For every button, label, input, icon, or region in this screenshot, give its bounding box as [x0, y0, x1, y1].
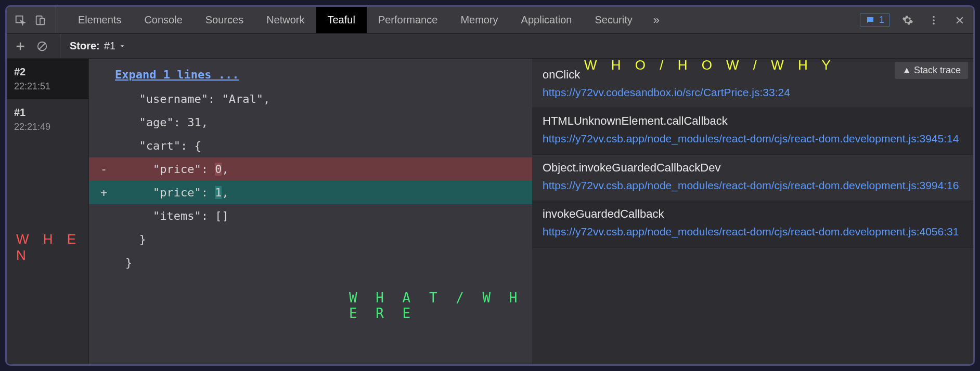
tab-network[interactable]: Network — [255, 7, 316, 33]
history-sidebar: #222:21:51#122:21:49 W H E N — [7, 59, 89, 364]
tab-security[interactable]: Security — [583, 7, 643, 33]
tab-memory[interactable]: Memory — [449, 7, 509, 33]
tab-performance[interactable]: Performance — [367, 7, 449, 33]
svg-point-4 — [933, 19, 935, 21]
diff-line: "age": 31, — [89, 111, 532, 134]
stack-trace-button[interactable]: ▲ Stack trace — [895, 62, 968, 79]
close-icon[interactable] — [951, 12, 968, 29]
devtools-window: ElementsConsoleSourcesNetworkTeafulPerfo… — [5, 5, 975, 366]
kebab-menu-icon[interactable] — [925, 12, 942, 29]
diff-panel: Expand 1 lines ... "username": "Aral", "… — [89, 59, 532, 364]
stack-source-link[interactable]: https://y72vv.csb.app/node_modules/react… — [543, 224, 963, 240]
diff-line: "cart": { — [89, 134, 532, 157]
stack-frame: HTMLUnknownElement.callCallbackhttps://y… — [532, 108, 973, 154]
annotation-who: W H O / H O W / W H Y — [584, 59, 836, 73]
diff-line: } — [89, 251, 532, 274]
stack-source-link[interactable]: https://y72vv.csb.app/node_modules/react… — [543, 131, 963, 147]
history-item[interactable]: #122:21:49 — [7, 99, 88, 140]
inspect-icon[interactable] — [12, 12, 29, 29]
stack-frame: Object.invokeGuardedCallbackDevhttps://y… — [532, 155, 973, 201]
device-toggle-icon[interactable] — [32, 12, 48, 29]
expand-lines-link[interactable]: Expand 1 lines ... — [89, 62, 532, 87]
tab-teaful[interactable]: Teaful — [316, 7, 367, 33]
diff-line: "username": "Aral", — [89, 87, 532, 111]
messages-count: 1 — [879, 15, 884, 25]
devtools-tabbar: ElementsConsoleSourcesNetworkTeafulPerfo… — [7, 7, 973, 34]
tab-application[interactable]: Application — [510, 7, 584, 33]
stack-function: Object.invokeGuardedCallbackDev — [543, 161, 963, 175]
svg-rect-2 — [40, 18, 44, 24]
annotation-what: W H A T / W H E R E — [349, 290, 532, 321]
history-id: #1 — [14, 107, 81, 118]
stack-function: invokeGuardedCallback — [543, 207, 963, 221]
store-selector[interactable]: #1 — [104, 40, 126, 52]
extension-toolbar: Store: #1 — [7, 34, 973, 59]
stack-source-link[interactable]: https://y72vv.codesandbox.io/src/CartPri… — [543, 85, 963, 100]
svg-point-3 — [933, 16, 935, 18]
stack-panel: ▲ Stack trace onClickhttps://y72vv.codes… — [532, 59, 973, 364]
tab-sources[interactable]: Sources — [194, 7, 255, 33]
main-area: W H O / H O W / W H Y #222:21:51#122:21:… — [7, 59, 973, 364]
diff-line: + "price": 1, — [89, 181, 532, 204]
history-id: #2 — [14, 66, 81, 78]
history-time: 22:21:51 — [14, 81, 81, 92]
store-label: Store: — [70, 40, 100, 52]
more-tabs-icon[interactable]: » — [653, 14, 660, 27]
history-time: 22:21:49 — [14, 122, 81, 132]
annotation-when: W H E N — [16, 231, 88, 263]
diff-line: } — [89, 228, 532, 251]
history-item[interactable]: #222:21:51 — [7, 59, 88, 99]
stack-frame: invokeGuardedCallbackhttps://y72vv.csb.a… — [532, 201, 973, 247]
stack-function: HTMLUnknownElement.callCallback — [543, 114, 963, 128]
gear-icon[interactable] — [899, 12, 916, 29]
diff-line: - "price": 0, — [89, 157, 532, 181]
tab-elements[interactable]: Elements — [67, 7, 133, 33]
chevron-down-icon — [119, 43, 126, 50]
messages-badge[interactable]: 1 — [860, 13, 890, 27]
diff-line: "items": [] — [89, 204, 532, 228]
tab-console[interactable]: Console — [133, 7, 194, 33]
add-icon[interactable] — [12, 38, 29, 55]
stack-source-link[interactable]: https://y72vv.csb.app/node_modules/react… — [543, 178, 963, 193]
clear-icon[interactable] — [34, 38, 50, 55]
svg-point-5 — [933, 22, 935, 24]
